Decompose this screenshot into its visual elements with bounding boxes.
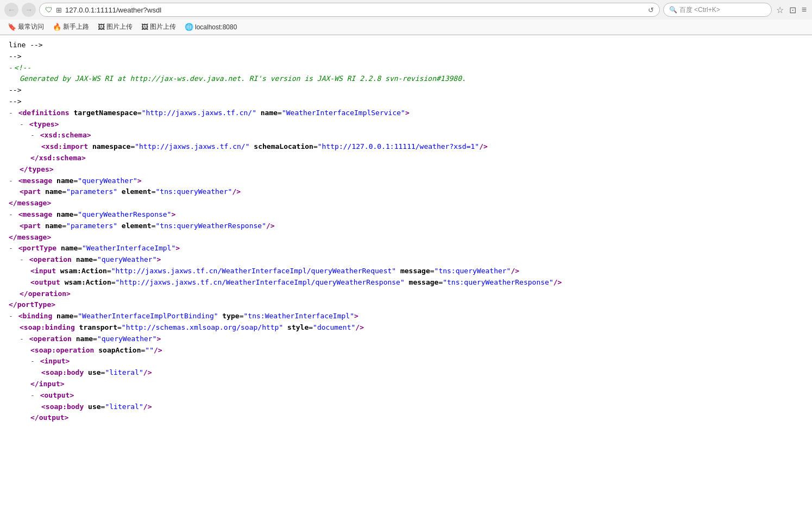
xml-line-binding: - <binding name = "WeatherInterfaceImplP… [9,311,803,322]
tag-soap-operation-close: /> [154,345,162,356]
val-namespace: "http://jaxws.jaxws.tf.cn/" [135,141,249,153]
back-button[interactable]: ← [4,3,18,17]
tag-types: <types> [29,119,59,130]
tag-porttype-gt: > [175,243,180,254]
xml-line-xsd-schema: - <xsd:schema> [9,130,803,141]
dash-definitions: - [9,108,17,119]
xml-line-part-qw: <part name = "parameters" element = "tns… [9,186,803,198]
xml-line-types-close: </types> [9,164,803,175]
val-part-qwr-name: "parameters" [66,221,117,232]
val-use-output: "literal" [105,401,143,413]
eq6: = [62,186,66,198]
bookmark-label-tupian1: 图片上传 [106,22,133,32]
xml-line-input-porttype: <input wsam:Action = "http://jaxws.jaxws… [9,266,803,277]
xml-line-comment-end1: --> [9,51,803,62]
forward-button[interactable]: → [22,3,36,17]
tag-soap-binding: <soap:binding [20,322,79,334]
eq13: = [107,266,111,277]
tag-definitions-open: <definitions [18,108,74,119]
bookmark-localhost[interactable]: 🌐 localhost:8080 [181,22,240,32]
tag-input-porttype: <input [30,266,60,277]
tag-binding: <binding [18,311,56,322]
menu-icon[interactable]: ≡ [801,4,808,16]
bookmarks-bar: 🔖 最常访问 🔥 新手上路 🖼 图片上传 🖼 图片上传 🌐 localhost:… [0,20,812,35]
address-bar[interactable]: 🛡 ⊞ 127.0.0.1:11111/weather?wsdl ↺ [39,3,660,17]
xml-line-soap-body-output: <soap:body use = "literal" /> [9,401,803,413]
attr-name-op-porttype: name [76,254,93,266]
eq21: = [93,334,97,345]
tag-soap-body-output: <soap:body [41,401,88,413]
xml-line-input-binding-close: </input> [9,379,803,390]
tag-op-porttype: <operation [29,254,76,266]
val-message-output: "tns:queryWeatherResponse" [443,277,553,288]
attr-name-msg-qw: name [56,175,73,187]
eq22: = [141,345,146,356]
search-icon: 🔍 [669,6,677,14]
search-placeholder: 百度 <Ctrl+K> [679,5,720,15]
xml-line-op-porttype: - <operation name = "queryWeather" > [9,254,803,266]
bookmark-zuichang[interactable]: 🔖 最常访问 [4,21,47,33]
val-targetnamespace: "http://jaxws.jaxws.tf.cn/" [142,108,256,119]
tag-input-porttype-close: /> [511,266,519,277]
bookmark-icon-xinshou: 🔥 [53,23,61,31]
tag-part-qwr: <part [20,221,45,232]
xml-content: line --> --> - <!-- Generated by JAX-WS … [0,35,812,428]
val-soap-action: "" [145,345,154,356]
attr-name-op-binding: name [76,334,93,345]
xml-line-porttype-close: </portType> [9,299,803,311]
val-schemalocation: "http://127.0.0.1:11111/weather?xsd=1" [318,141,479,153]
attr-targetnamespace: targetNamespace [73,108,137,119]
tag-definitions-gt: > [405,108,410,119]
attr-name-definitions: name [256,108,278,119]
bookmark-tupian1[interactable]: 🖼 图片上传 [95,21,136,33]
xml-line-xsd-schema-close: </xsd:schema> [9,153,803,164]
search-area[interactable]: 🔍 百度 <Ctrl+K> [663,3,772,17]
tag-xsd-import: <xsd:import [41,141,92,153]
tag-output-binding-close: </output> [30,412,68,424]
bookmark-tupian2[interactable]: 🖼 图片上传 [138,21,179,33]
tag-soap-binding-close: /> [355,322,364,334]
attr-soap-action: soapAction [98,345,141,356]
reload-button[interactable]: ↺ [648,6,654,14]
dash-types: - [20,119,28,130]
tag-output-porttype-close: /> [553,277,562,288]
val-name-msg-qw: "queryWeather" [78,175,137,187]
attr-name-porttype: name [61,243,78,254]
tag-soap-body-output-close: /> [143,401,152,413]
url-text: 127.0.0.1:11111/weather?wsdl [65,6,645,14]
eq4: = [313,141,318,153]
tag-output-binding: <output> [40,390,74,401]
dash-input-binding: - [30,356,39,367]
bookmark-xinshou[interactable]: 🔥 新手上路 [49,21,92,33]
dash-binding: - [9,311,17,322]
attr-use-output: use [88,401,100,413]
comment-open: <!-- [14,62,31,74]
dash-xsd-schema: - [30,130,39,141]
reader-icon[interactable]: ⊡ [788,4,797,16]
eq24: = [101,401,105,413]
val-use-input: "literal" [105,367,143,379]
xml-line-porttype: - <portType name = "WeatherInterfaceImpl… [9,243,803,254]
xml-line-output-binding-close: </output> [9,412,803,424]
attr-namespace: namespace [92,141,130,153]
nav-bar: ← → 🛡 ⊞ 127.0.0.1:11111/weather?wsdl ↺ 🔍… [0,0,812,20]
eq5: = [73,175,78,187]
security-icon: 🛡 [45,5,53,14]
xml-line-xsd-import: <xsd:import namespace = "http://jaxws.ja… [9,141,803,153]
eq19: = [117,322,122,334]
val-name-msg-qwr: "queryWeatherResponse" [78,209,171,221]
star-icon[interactable]: ☆ [775,4,785,16]
xml-line-message-qwr: - <message name = "queryWeatherResponse"… [9,209,803,221]
eq11: = [78,243,82,254]
tag-output-porttype: <output [30,277,65,288]
tag-message-qwr: <message [18,209,56,221]
eq9: = [62,221,66,232]
eq12: = [93,254,97,266]
attr-element-part-qw: element [117,186,152,198]
dash-msg-qw: - [9,175,17,187]
tag-input-binding: <input> [40,356,70,367]
tag-soap-body-input-close: /> [143,367,152,379]
val-element-part-qw: "tns:queryWeather" [155,186,232,198]
attr-message-output: message [405,277,439,288]
val-name-binding: "WeatherInterfaceImplPortBinding" [78,311,218,322]
